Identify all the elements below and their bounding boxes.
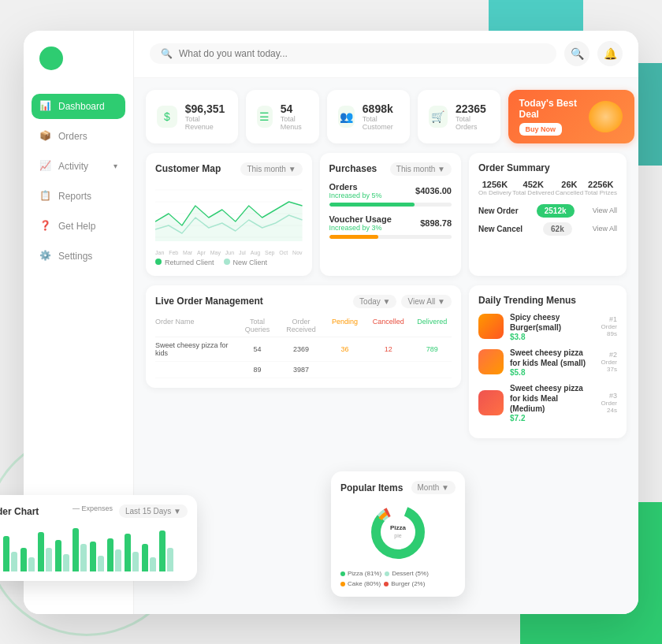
- new-order-label: New Order: [478, 207, 519, 215]
- orders-value: 22365: [456, 102, 489, 115]
- chart-x-labels: JanFebMarAprMay JunJulAugSepOctNov: [155, 250, 303, 255]
- deal-image: [586, 98, 626, 135]
- bottom-row: Live Order Management Today ▼ View All ▼…: [146, 285, 627, 438]
- sidebar-item-dashboard[interactable]: 📊 Dashboard: [32, 94, 125, 119]
- popular-items-filter[interactable]: Month ▼: [411, 481, 456, 494]
- trending-orders-3: Order 24s: [601, 400, 617, 414]
- purchase-orders-name: Orders: [329, 182, 382, 192]
- trending-title: Daily Trending Menus: [478, 295, 617, 306]
- svg-text:pie: pie: [394, 533, 401, 539]
- sidebar-item-reports[interactable]: 📋 Reports: [32, 184, 125, 209]
- bottom-left: Live Order Management Today ▼ View All ▼…: [146, 285, 461, 438]
- purchase-voucher-change: Increased by 3%: [329, 224, 392, 232]
- popular-items-title: Popular Items: [340, 482, 403, 493]
- orders-label: Total Orders: [456, 115, 489, 131]
- chart-legend-expenses: — Expenses: [73, 504, 113, 518]
- stats-row: $ $96,351 Total Revenue ☰ 54 Total Menus…: [146, 90, 627, 143]
- dashboard-icon: 📊: [39, 100, 52, 113]
- middle-row: Customer Map This month ▼: [146, 153, 627, 276]
- trending-img-3: [478, 390, 504, 415]
- deal-banner: Today's Best Deal Buy Now: [508, 90, 634, 143]
- live-order-card: Live Order Management Today ▼ View All ▼…: [146, 285, 461, 388]
- stat-card-customers: 👥 6898k Total Customer: [327, 90, 410, 143]
- order-summary-card: Order Summary 1256K On Delivery 452K Tot…: [469, 153, 627, 276]
- donut-legend: Pizza (81%) Dessert (5%) Cake (80%) Burg…: [340, 570, 456, 587]
- sidebar-item-label: Reports: [58, 191, 91, 202]
- sidebar-item-label: Dashboard: [58, 101, 105, 112]
- chart-legend: Returned Client New Client: [155, 259, 303, 266]
- deal-title: Today's Best Deal: [519, 98, 589, 120]
- trending-price-1: $3.8: [510, 333, 589, 341]
- revenue-icon: $: [157, 106, 177, 128]
- activity-icon: 📈: [39, 160, 52, 173]
- stat-delivered: 452K: [512, 180, 554, 189]
- trending-section: Daily Trending Menus Spicy cheesy Burger…: [469, 285, 627, 438]
- stat-card-menus: ☰ 54 Total Menus: [246, 90, 319, 143]
- search-button[interactable]: 🔍: [564, 41, 589, 66]
- stat-card-orders: 🛒 22365 Total Orders: [418, 90, 500, 143]
- trending-img-1: [478, 314, 504, 339]
- search-input[interactable]: [179, 48, 545, 59]
- table-header: Order Name Total Queries Order Received …: [155, 315, 452, 337]
- menus-value: 54: [281, 102, 308, 115]
- customer-map-card: Customer Map This month ▼: [146, 153, 312, 276]
- revenue-value: $96,351: [185, 102, 227, 115]
- trending-img-2: [478, 349, 504, 374]
- orders-stat-icon: 🛒: [429, 106, 448, 128]
- trending-item-1: Spicy cheesy Burger(small) $3.8 #1 Order…: [478, 312, 617, 341]
- live-order-title: Live Order Management: [155, 296, 263, 307]
- new-cancel-row: New Cancel 62k View All: [478, 222, 617, 236]
- customers-label: Total Customer: [363, 115, 399, 131]
- new-cancel-link[interactable]: View All: [593, 225, 617, 233]
- stat-cancelled: 26K: [556, 180, 584, 189]
- purchase-orders-amount: $4036.00: [415, 186, 452, 195]
- table-row: 89 3987: [155, 362, 452, 378]
- notification-button[interactable]: 🔔: [597, 41, 623, 66]
- table-row: Sweet cheesy pizza for kids 54 2369 36 1…: [155, 337, 452, 362]
- stat-prizes: 2256K: [585, 180, 617, 189]
- summary-stats: 1256K On Delivery 452K Total Delivered 2…: [478, 180, 617, 196]
- customer-map-title: Customer Map: [155, 163, 221, 174]
- deal-button[interactable]: Buy Now: [519, 123, 563, 136]
- sidebar-item-orders[interactable]: 📦 Orders: [32, 124, 125, 149]
- new-order-link[interactable]: View All: [593, 207, 617, 214]
- sidebar-item-activity[interactable]: 📈 Activity ▾: [32, 154, 125, 179]
- stat-card-revenue: $ $96,351 Total Revenue: [146, 90, 238, 143]
- purchase-item-voucher: Voucher Usage Increased by 3% $898.78: [329, 214, 452, 239]
- settings-icon: ⚙️: [39, 250, 52, 262]
- trending-rank-2: #2: [601, 351, 617, 359]
- stat-on-delivery: 1256K: [478, 180, 511, 189]
- customer-map-filter[interactable]: This month ▼: [240, 162, 302, 176]
- trending-name-3: Sweet cheesy pizza for kids Meal (Medium…: [510, 383, 595, 414]
- help-icon: ❓: [39, 220, 52, 233]
- header: 🔍 🔍 🔔: [134, 31, 638, 78]
- search-icon: 🔍: [161, 48, 173, 59]
- today-filter[interactable]: Today ▼: [353, 295, 396, 308]
- purchases-card: Purchases This month ▼ Orders Increased …: [320, 153, 461, 276]
- sidebar-item-label: Get Help: [58, 221, 95, 232]
- menus-label: Total Menus: [281, 115, 308, 131]
- new-cancel-badge: 62k: [543, 222, 572, 236]
- sidebar-item-label: Orders: [58, 131, 87, 142]
- search-bar[interactable]: 🔍: [150, 43, 556, 64]
- chart-period-filter[interactable]: Last 15 Days ▼: [119, 504, 188, 518]
- floating-order-chart: Order Chart — Expenses Last 15 Days ▼: [0, 495, 197, 581]
- trending-orders-1: Order 89s: [596, 323, 617, 337]
- sidebar-item-settings[interactable]: ⚙️ Settings: [32, 244, 125, 269]
- purchase-orders-change: Increased by 5%: [329, 192, 382, 199]
- sidebar-item-help[interactable]: ❓ Get Help: [32, 214, 125, 239]
- legend-new: New Client: [233, 259, 268, 266]
- trending-orders-2: Order 37s: [601, 359, 617, 373]
- bar-chart: [0, 524, 188, 571]
- trending-item-2: Sweet cheesy pizza for kids Meal (small)…: [478, 348, 617, 377]
- revenue-label: Total Revenue: [185, 115, 227, 131]
- menus-icon: ☰: [257, 106, 273, 128]
- viewall-filter[interactable]: View All ▼: [401, 295, 452, 308]
- new-order-row: New Order 2512k View All: [478, 204, 617, 218]
- purchases-filter[interactable]: This month ▼: [390, 162, 452, 176]
- trending-card: Daily Trending Menus Spicy cheesy Burger…: [469, 285, 627, 438]
- svg-text:Pizza: Pizza: [390, 524, 407, 531]
- purchase-voucher-name: Voucher Usage: [329, 214, 392, 224]
- reports-icon: 📋: [39, 190, 52, 203]
- order-summary-title: Order Summary: [478, 162, 617, 173]
